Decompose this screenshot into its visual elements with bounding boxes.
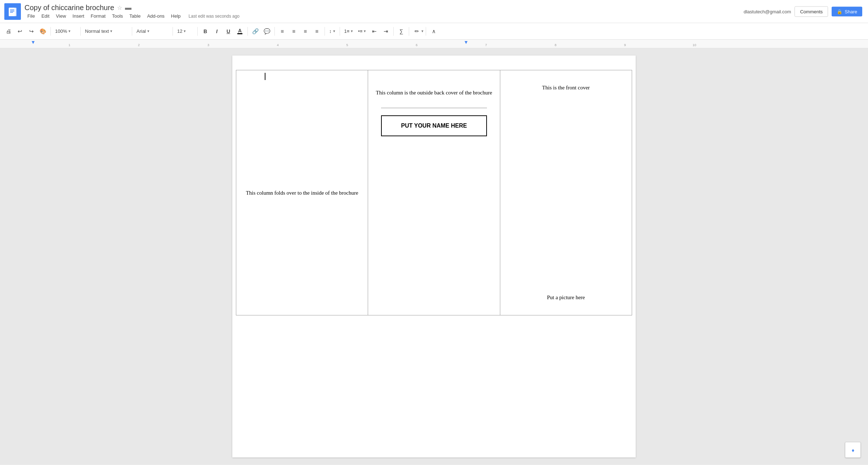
svg-rect-5 bbox=[0, 40, 868, 48]
folder-icon[interactable]: ▬ bbox=[125, 4, 131, 12]
menu-view[interactable]: View bbox=[53, 13, 69, 19]
col-right-top: This is the front cover bbox=[542, 85, 590, 91]
align-left-button[interactable]: ≡ bbox=[277, 26, 288, 37]
col3-bottom-text: Put a picture here bbox=[547, 294, 585, 300]
brochure-col-right[interactable]: This is the front cover Put a picture he… bbox=[500, 70, 632, 315]
col-right-bottom: Put a picture here bbox=[547, 294, 585, 301]
menu-edit[interactable]: Edit bbox=[39, 13, 52, 19]
col2-top-text: This column is the outside back cover of… bbox=[376, 90, 492, 96]
share-button[interactable]: 🔒 Share bbox=[832, 6, 862, 16]
undo-button[interactable]: ↩ bbox=[14, 26, 25, 37]
separator-12 bbox=[426, 27, 426, 36]
paint-format-button[interactable]: 🎨 bbox=[37, 26, 48, 37]
assistant-button[interactable]: ⬧ bbox=[845, 442, 861, 458]
lock-icon: 🔒 bbox=[837, 9, 842, 14]
toolbar: 🖨 ↩ ↪ 🎨 100% ▾ Normal text ▾ Arial ▾ 12 … bbox=[0, 23, 868, 40]
svg-text:6: 6 bbox=[416, 43, 417, 47]
size-value: 12 bbox=[177, 28, 182, 34]
draw-chevron[interactable]: ▾ bbox=[421, 29, 424, 34]
line-spacing-dropdown[interactable]: ↕ ▾ bbox=[327, 26, 337, 37]
menu-insert[interactable]: Insert bbox=[70, 13, 87, 19]
menu-tools[interactable]: Tools bbox=[109, 13, 126, 19]
font-value: Arial bbox=[137, 28, 146, 34]
menu-addons[interactable]: Add-ons bbox=[144, 13, 167, 19]
separator-10 bbox=[393, 27, 394, 36]
svg-text:8: 8 bbox=[555, 43, 556, 47]
doc-title[interactable]: Copy of chiccarine brochure bbox=[24, 4, 114, 12]
share-label: Share bbox=[845, 9, 857, 14]
col-middle-content: This column is the outside back cover of… bbox=[368, 70, 500, 315]
separator-1 bbox=[50, 27, 51, 36]
comments-button[interactable]: Comments bbox=[795, 6, 828, 17]
menu-bar: File Edit View Insert Format Tools Table… bbox=[24, 13, 864, 19]
print-button[interactable]: 🖨 bbox=[3, 26, 14, 37]
menu-table[interactable]: Table bbox=[126, 13, 143, 19]
align-right-button[interactable]: ≡ bbox=[300, 26, 311, 37]
ruler: 1 2 3 4 5 6 7 8 9 10 bbox=[0, 40, 868, 48]
separator-9 bbox=[340, 27, 340, 36]
underline-button[interactable]: U bbox=[223, 26, 234, 37]
brochure-table: This column folds over to the inside of … bbox=[236, 70, 632, 315]
doc-title-area: Copy of chiccarine brochure ☆ ▬ File Edi… bbox=[24, 4, 864, 19]
col-left-content: This column folds over to the inside of … bbox=[236, 181, 368, 204]
col3-top-text: This is the front cover bbox=[542, 85, 590, 90]
menu-help[interactable]: Help bbox=[168, 13, 184, 19]
svg-text:9: 9 bbox=[624, 43, 626, 47]
numbered-list-icon: 1≡ bbox=[344, 28, 350, 34]
numbered-list-dropdown[interactable]: 1≡ ▾ bbox=[342, 26, 355, 37]
justify-button[interactable]: ≡ bbox=[312, 26, 322, 37]
col-middle-top-text: This column is the outside back cover of… bbox=[376, 78, 492, 104]
text-color-button[interactable]: A bbox=[234, 26, 245, 37]
draw-button[interactable]: ✏ bbox=[411, 26, 422, 37]
zoom-chevron: ▾ bbox=[68, 29, 71, 34]
name-box[interactable]: PUT YOUR NAME HERE bbox=[381, 115, 487, 136]
decrease-indent-button[interactable]: ⇤ bbox=[369, 26, 380, 37]
style-chevron: ▾ bbox=[110, 29, 112, 34]
assistant-icon: ⬧ bbox=[851, 446, 855, 454]
middle-divider bbox=[381, 108, 487, 108]
ruler-svg: 1 2 3 4 5 6 7 8 9 10 bbox=[0, 40, 868, 48]
svg-text:2: 2 bbox=[138, 43, 140, 47]
style-value: Normal text bbox=[85, 28, 109, 34]
svg-text:7: 7 bbox=[485, 43, 487, 47]
separator-4 bbox=[173, 27, 173, 36]
align-center-button[interactable]: ≡ bbox=[288, 26, 299, 37]
zoom-dropdown[interactable]: 100% ▾ bbox=[53, 26, 78, 37]
name-box-label: PUT YOUR NAME HERE bbox=[401, 123, 467, 129]
document-page[interactable]: This column folds over to the inside of … bbox=[232, 56, 636, 457]
font-dropdown[interactable]: Arial ▾ bbox=[134, 26, 170, 37]
separator-11 bbox=[409, 27, 409, 36]
separator-7 bbox=[274, 27, 275, 36]
svg-text:3: 3 bbox=[207, 43, 209, 47]
last-edit-status: Last edit was seconds ago bbox=[189, 14, 240, 19]
zoom-value: 100% bbox=[55, 28, 67, 34]
top-bar: Copy of chiccarine brochure ☆ ▬ File Edi… bbox=[0, 0, 868, 23]
redo-button[interactable]: ↪ bbox=[26, 26, 37, 37]
menu-format[interactable]: Format bbox=[88, 13, 108, 19]
text-cursor bbox=[265, 73, 265, 80]
formula-button[interactable]: ∑ bbox=[396, 26, 407, 37]
increase-indent-button[interactable]: ⇥ bbox=[380, 26, 391, 37]
separator-8 bbox=[325, 27, 325, 36]
separator-5 bbox=[197, 27, 198, 36]
style-dropdown[interactable]: Normal text ▾ bbox=[83, 26, 130, 37]
bulleted-list-dropdown[interactable]: •≡ ▾ bbox=[356, 26, 368, 37]
svg-text:4: 4 bbox=[277, 43, 279, 47]
italic-button[interactable]: I bbox=[211, 26, 222, 37]
text-color-icon: A bbox=[237, 28, 242, 34]
bold-button[interactable]: B bbox=[200, 26, 211, 37]
link-button[interactable]: 🔗 bbox=[250, 26, 261, 37]
brochure-col-left[interactable]: This column folds over to the inside of … bbox=[236, 70, 368, 315]
star-icon[interactable]: ☆ bbox=[117, 4, 122, 11]
size-dropdown[interactable]: 12 ▾ bbox=[175, 26, 195, 37]
svg-text:5: 5 bbox=[346, 43, 348, 47]
header-right: dlastutech@gmail.com Comments 🔒 Share bbox=[744, 6, 862, 17]
comment-button[interactable]: 💬 bbox=[261, 26, 272, 37]
app-icon bbox=[4, 3, 21, 20]
collapse-toolbar-button[interactable]: ∧ bbox=[428, 26, 439, 37]
col-right-content: This is the front cover Put a picture he… bbox=[500, 70, 632, 315]
brochure-col-middle[interactable]: This column is the outside back cover of… bbox=[368, 70, 500, 315]
svg-text:10: 10 bbox=[693, 43, 696, 47]
menu-file[interactable]: File bbox=[24, 13, 38, 19]
size-chevron: ▾ bbox=[184, 29, 186, 34]
